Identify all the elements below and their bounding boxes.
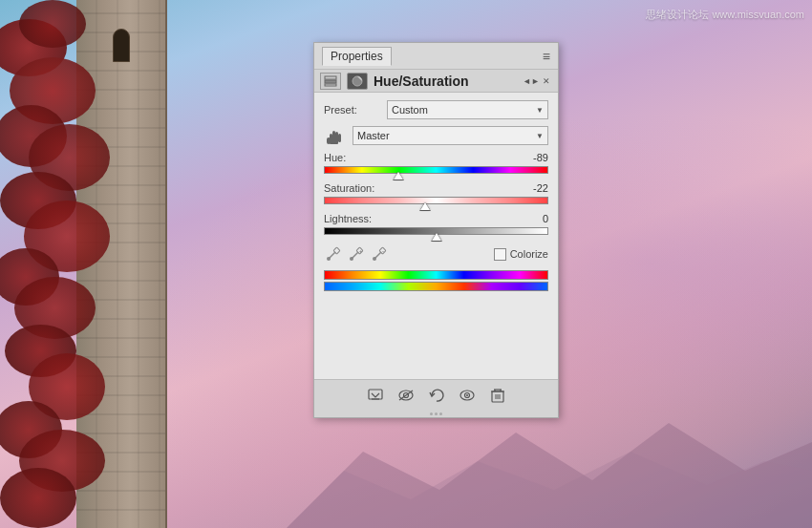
show-icon bbox=[459, 389, 476, 402]
channel-value: Master bbox=[357, 130, 390, 141]
panel-title-controls: ◄► ✕ bbox=[525, 75, 552, 87]
hue-label: Hue: bbox=[324, 152, 346, 163]
light-thumb[interactable] bbox=[432, 233, 441, 241]
sat-thumb[interactable] bbox=[420, 202, 430, 210]
svg-rect-2 bbox=[325, 76, 336, 79]
preset-arrow-icon: ▼ bbox=[536, 106, 544, 115]
svg-point-17 bbox=[350, 257, 353, 261]
adjustment-icon-button[interactable] bbox=[347, 73, 368, 90]
resize-handle[interactable] bbox=[314, 410, 558, 417]
svg-point-30 bbox=[466, 394, 468, 396]
hue-label-row: Hue: -89 bbox=[324, 152, 548, 163]
channel-row: Master ▼ bbox=[324, 125, 548, 146]
ivy-patch bbox=[19, 0, 86, 48]
lightness-row: Lightness: 0 bbox=[324, 213, 548, 240]
reset-button[interactable] bbox=[427, 386, 446, 405]
show-hide-button[interactable] bbox=[458, 386, 477, 405]
saturation-value: -22 bbox=[533, 182, 548, 194]
add-eyedropper-icon: + bbox=[349, 246, 364, 262]
layers-icon bbox=[324, 75, 337, 87]
trash-icon bbox=[491, 388, 504, 403]
hue-value: -89 bbox=[533, 152, 548, 163]
colorize-label: Colorize bbox=[510, 248, 548, 260]
clip-layer-button[interactable] bbox=[366, 386, 385, 405]
layer-icon-button[interactable] bbox=[320, 73, 341, 90]
clip-layer-icon bbox=[367, 388, 384, 403]
saturation-slider-track[interactable] bbox=[324, 196, 548, 209]
resize-dot bbox=[439, 412, 442, 415]
hue-thumb[interactable] bbox=[394, 172, 403, 180]
saturation-row: Saturation: -22 bbox=[324, 182, 548, 209]
result-color-bar bbox=[324, 282, 548, 291]
svg-rect-3 bbox=[325, 80, 336, 83]
source-color-bar bbox=[324, 270, 548, 280]
panel-titlebar: Hue/Saturation ◄► ✕ bbox=[314, 70, 558, 93]
svg-text:-: - bbox=[382, 248, 384, 254]
tools-colorize-row: + - Colorize bbox=[324, 245, 548, 263]
hand-tool-icon[interactable] bbox=[324, 125, 345, 146]
close-button[interactable]: ✕ bbox=[541, 75, 552, 87]
ivy-patch bbox=[0, 468, 76, 528]
svg-point-21 bbox=[373, 257, 376, 261]
lightness-slider-track[interactable] bbox=[324, 226, 548, 240]
eye-icon bbox=[397, 389, 415, 402]
properties-panel: Properties ≡ Hue/Saturation bbox=[313, 42, 559, 418]
eyedropper-icon bbox=[326, 246, 341, 262]
lightness-label: Lightness: bbox=[324, 213, 372, 224]
lightness-label-row: Lightness: 0 bbox=[324, 213, 548, 224]
watermark: 思绪设计论坛 www.missvuan.com bbox=[646, 8, 804, 22]
mountains bbox=[287, 413, 812, 528]
add-eyedropper-tool[interactable]: + bbox=[347, 245, 366, 263]
svg-rect-4 bbox=[325, 84, 336, 86]
preset-select[interactable]: Custom ▼ bbox=[387, 100, 548, 119]
svg-rect-10 bbox=[330, 139, 338, 144]
resize-dot bbox=[430, 412, 433, 415]
svg-rect-11 bbox=[327, 137, 331, 144]
visibility-button[interactable] bbox=[396, 386, 416, 405]
resize-dot bbox=[435, 412, 438, 415]
properties-tab[interactable]: Properties bbox=[322, 47, 392, 66]
saturation-label: Saturation: bbox=[324, 182, 374, 194]
color-bars bbox=[324, 270, 548, 291]
castle bbox=[0, 0, 210, 528]
colorize-checkbox[interactable] bbox=[494, 248, 506, 261]
circle-icon bbox=[351, 74, 364, 88]
lightness-value: 0 bbox=[543, 213, 548, 224]
hue-gradient-bar bbox=[324, 166, 548, 174]
saturation-label-row: Saturation: -22 bbox=[324, 182, 548, 194]
remove-eyedropper-icon: - bbox=[372, 246, 387, 262]
delete-button[interactable] bbox=[488, 386, 507, 405]
panel-footer bbox=[314, 379, 558, 410]
panel-tab-bar: Properties ≡ bbox=[314, 43, 558, 70]
svg-point-14 bbox=[327, 257, 331, 261]
preset-row: Preset: Custom ▼ bbox=[324, 100, 548, 119]
tool-icons-group: + - bbox=[324, 245, 389, 263]
svg-text:+: + bbox=[359, 248, 363, 254]
preset-label: Preset: bbox=[324, 104, 383, 116]
panel-section-title: Hue/Saturation bbox=[374, 74, 469, 89]
empty-space bbox=[324, 295, 548, 371]
hue-row: Hue: -89 bbox=[324, 152, 548, 179]
panel-body: Preset: Custom ▼ Master ▼ bbox=[314, 93, 558, 379]
sat-gradient-bar bbox=[324, 197, 548, 204]
resize-dots bbox=[430, 412, 442, 415]
remove-eyedropper-tool[interactable]: - bbox=[370, 245, 389, 263]
channel-select[interactable]: Master ▼ bbox=[353, 126, 548, 145]
collapse-button[interactable]: ◄► bbox=[525, 75, 537, 87]
svg-rect-9 bbox=[338, 134, 341, 142]
hand-icon bbox=[326, 126, 343, 145]
hue-slider-track[interactable] bbox=[324, 165, 548, 179]
eyedropper-tool[interactable] bbox=[324, 245, 343, 263]
colorize-row: Colorize bbox=[494, 248, 548, 261]
ivy-container bbox=[0, 0, 153, 528]
preset-value: Custom bbox=[392, 104, 428, 116]
panel-menu-button[interactable]: ≡ bbox=[543, 49, 550, 64]
channel-arrow-icon: ▼ bbox=[536, 132, 544, 140]
undo-icon bbox=[429, 388, 444, 403]
